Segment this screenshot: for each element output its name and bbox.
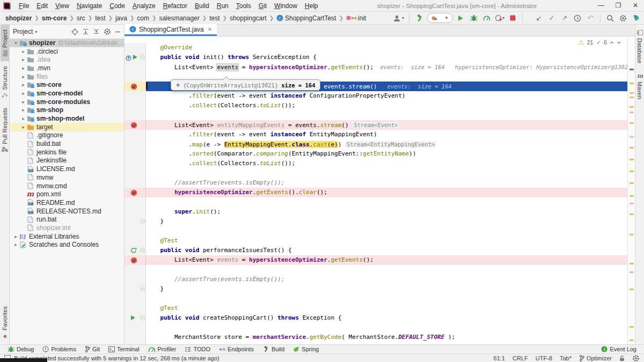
breakpoint-icon[interactable]	[130, 257, 137, 264]
code-text[interactable]: .sorted(Comparator.comparing(EntityMappi…	[146, 149, 627, 159]
stripe-mark[interactable]	[630, 263, 634, 264]
menu-tools[interactable]: Tools	[232, 1, 255, 11]
code-line-7[interactable]: .collect(Collectors.toList());	[125, 101, 627, 110]
collapse-all-button[interactable]	[93, 28, 100, 35]
code-line-24[interactable]	[125, 265, 627, 275]
code-text[interactable]: hypersistenceOptimizer.getEvents().clear…	[146, 188, 627, 197]
editor-gutter[interactable]	[125, 82, 146, 91]
tree-item-jenkinsfile[interactable]: Jenkinsfile	[10, 157, 124, 165]
toolwindow-button-endpoints[interactable]: Endpoints	[215, 345, 258, 353]
tree-item-sm-core[interactable]: ▸ sm-core	[10, 80, 124, 89]
stripe-mark[interactable]	[630, 83, 634, 84]
inspections-widget[interactable]: ⚠ 21 ✓ 6	[579, 39, 621, 46]
breadcrumb-salesmanager[interactable]: salesmanager	[159, 14, 199, 22]
editor-gutter[interactable]	[125, 178, 146, 188]
tree-item-license-md[interactable]: MD LICENSE.md	[10, 165, 124, 173]
breadcrumb-shoppingcart[interactable]: shoppingcart	[230, 14, 267, 22]
code-text[interactable]	[146, 294, 627, 304]
editor-gutter[interactable]	[125, 72, 146, 82]
code-line-1[interactable]: @Override	[125, 43, 627, 53]
code-line-15[interactable]: //assertTrue(events.isEmpty());	[125, 178, 627, 188]
search-everywhere-button[interactable]	[605, 13, 615, 24]
code-line-28[interactable]: @Test	[125, 304, 627, 313]
menu-edit[interactable]: Edit	[33, 1, 52, 11]
toolwindow-button-build[interactable]: Build	[258, 345, 289, 353]
stripe-mark[interactable]	[630, 171, 634, 172]
tree-twisty-icon[interactable]: ▸	[20, 74, 26, 79]
tree-twisty-icon[interactable]: ▸	[20, 65, 26, 71]
tree-item-target[interactable]: ▸ target	[10, 123, 124, 131]
rollback-button[interactable]: ↶	[586, 13, 595, 24]
tree-item-sm-shop-model[interactable]: ▸ sm-shop-model	[10, 114, 124, 123]
toolwindow-tab-pull-requests[interactable]: Pull Requests	[1, 103, 9, 158]
editor-gutter[interactable]	[125, 197, 146, 207]
tree-item-mvnw[interactable]: mvnw	[10, 173, 124, 182]
tree-item-external-libraries[interactable]: ▸ External Libraries	[10, 232, 124, 241]
tree-item-circleci[interactable]: ▸ .circleci	[10, 47, 124, 56]
editor-gutter[interactable]	[125, 120, 146, 130]
editor-gutter[interactable]	[125, 101, 146, 110]
editor-gutter[interactable]	[125, 139, 146, 149]
menu-file[interactable]: File	[15, 1, 33, 11]
tree-twisty-icon[interactable]: ▸	[20, 57, 26, 62]
expand-value-icon[interactable]: +	[176, 82, 180, 89]
code-line-26[interactable]: }	[125, 284, 627, 294]
breakpoint-icon[interactable]	[130, 83, 137, 90]
breadcrumb-shoppingcarttest[interactable]: cShoppingCartTest	[276, 14, 336, 22]
editor-gutter[interactable]	[125, 284, 146, 294]
tree-item-sm-core-modules[interactable]: ▸ sm-core-modules	[10, 98, 124, 106]
tab-close-icon[interactable]: ✕	[208, 26, 212, 32]
fold-closed-icon[interactable]	[140, 219, 145, 224]
tree-item-jenkins-file[interactable]: jenkins file	[10, 148, 124, 157]
close-button[interactable]: ✕	[627, 0, 644, 11]
code-line-31[interactable]: MerchantStore store = merchantService.ge…	[125, 333, 627, 342]
tree-item-run-bat[interactable]: run.bat	[10, 215, 124, 224]
code-text[interactable]: public void init() throws ServiceExcepti…	[146, 53, 627, 62]
toolwindow-button-problems[interactable]: Problems	[38, 345, 80, 353]
code-text[interactable]	[146, 323, 627, 333]
coverage-button[interactable]: ▾	[495, 13, 504, 24]
tree-item-mvnw-cmd[interactable]: mvnw.cmd	[10, 182, 124, 190]
breakpoint-icon[interactable]	[130, 189, 137, 196]
project-view-selector[interactable]: Project▾	[13, 28, 37, 35]
fold-open-icon[interactable]	[140, 55, 145, 60]
stripe-mark[interactable]	[630, 106, 634, 108]
breadcrumb-src[interactable]: src	[77, 14, 85, 22]
menu-code[interactable]: Code	[106, 1, 129, 11]
editor-gutter[interactable]	[125, 313, 146, 323]
breadcrumb-com[interactable]: com	[137, 14, 149, 22]
prev-issue-icon[interactable]	[610, 41, 614, 45]
toolwindow-tab-structure[interactable]: Structure	[1, 61, 9, 103]
code-line-22[interactable]: public void performanceIssuesTest() {	[125, 246, 627, 255]
code-line-6[interactable]: .filter(event -> event instanceof Config…	[125, 91, 627, 101]
toolwindow-button-event-log[interactable]: 1Event Log	[597, 346, 641, 352]
editor-gutter[interactable]	[125, 130, 146, 139]
stripe-mark[interactable]	[630, 182, 634, 184]
code-line-3[interactable]: List<Event> events = hypersistenceOptimi…	[125, 62, 627, 72]
tree-twisty-icon[interactable]: ▸	[20, 49, 26, 54]
code-line-16[interactable]: hypersistenceOptimizer.getEvents().clear…	[125, 188, 627, 197]
status-lock[interactable]	[619, 355, 625, 361]
editor-gutter[interactable]	[125, 207, 146, 217]
code-line-27[interactable]	[125, 294, 627, 304]
toolwindow-tab-favorites[interactable]: ★Favorites	[1, 301, 9, 344]
user-menu-button[interactable]: ▾	[393, 13, 404, 24]
tree-twisty-icon[interactable]: ▸	[20, 99, 26, 105]
toolwindow-tab-project[interactable]: Project	[1, 25, 9, 61]
editor-gutter[interactable]	[125, 246, 146, 255]
tree-item-shopizer-iml[interactable]: shopizer.iml	[10, 224, 124, 232]
tree-twisty-icon[interactable]: ▸	[20, 91, 26, 96]
tree-twisty-icon[interactable]: ▾	[13, 40, 19, 46]
status-crlf[interactable]: CRLF	[513, 355, 528, 361]
stripe-mark[interactable]	[630, 195, 634, 197]
code-line-10[interactable]: .filter(event -> event instanceof Entity…	[125, 130, 627, 139]
breadcrumb-init[interactable]: init	[346, 14, 366, 22]
tree-item-mvn[interactable]: ▸ .mvn	[10, 64, 124, 72]
tree-item-files[interactable]: ▸ files	[10, 72, 124, 81]
tree-twisty-icon[interactable]: ▸	[20, 82, 26, 87]
menu-help[interactable]: Help	[301, 1, 322, 11]
menu-analyze[interactable]: Analyze	[129, 1, 159, 11]
code-line-13[interactable]: .collect(Collectors.toList());	[125, 159, 627, 168]
fold-open-icon[interactable]	[140, 248, 145, 253]
breadcrumb-shopizer[interactable]: shopizer	[5, 14, 32, 22]
